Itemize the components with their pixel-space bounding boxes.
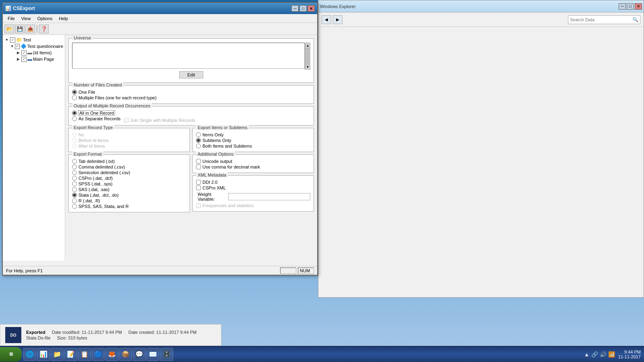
radio-tab-input[interactable] (72, 159, 77, 164)
checkbox-decimal-input[interactable] (196, 165, 201, 169)
taskbar-app-word[interactable]: 📝 (64, 348, 77, 361)
universe-textarea[interactable] (72, 43, 305, 69)
radio-separate-input[interactable] (72, 116, 77, 121)
radio-cspro-input[interactable] (72, 176, 77, 181)
radio-one-file-input[interactable] (72, 90, 77, 95)
tree-expand-root[interactable]: ▼ (4, 37, 9, 42)
checkbox-unicode-input[interactable] (196, 159, 201, 164)
taskbar-app-folder[interactable]: 📁 (51, 348, 64, 361)
radio-separate[interactable]: As Separate Records (72, 116, 121, 121)
radio-csv[interactable]: Comma delimited (.csv) (72, 165, 186, 169)
taskbar-app-skype[interactable]: 💬 (133, 348, 146, 361)
radio-all-in-one[interactable]: All in One Record (72, 111, 121, 115)
radio-subitems-only[interactable]: Subitems Only (196, 138, 310, 143)
sb-down-arrow[interactable]: ▼ (305, 64, 310, 70)
radio-sas[interactable]: SAS (.dat, .sas) (72, 187, 186, 192)
taskbar-network-icon[interactable]: 🔗 (591, 351, 598, 358)
tree-expand-q[interactable]: ▼ (10, 44, 14, 49)
taskbar-volume-icon[interactable]: 🔊 (600, 351, 607, 358)
radio-all-formats-input[interactable] (72, 204, 77, 209)
radio-multiple-files[interactable]: Multiple Files (one for each record type… (72, 95, 310, 100)
taskbar-app-firefox[interactable]: 🦊 (105, 348, 118, 361)
menu-view[interactable]: View (18, 15, 34, 22)
radio-subitems-only-input[interactable] (196, 138, 201, 143)
radio-all-formats[interactable]: SPSS, SAS, Stata, and R (72, 204, 186, 209)
open-btn[interactable]: 📂 (4, 25, 14, 33)
checkbox-decimal[interactable]: Use comma for decimal mark (196, 165, 310, 169)
tree-expand-main[interactable]: ▶ (16, 57, 21, 62)
taskbar-app-5[interactable]: 🔵 (92, 348, 105, 361)
radio-no-input[interactable] (72, 132, 77, 137)
search-box[interactable]: 🔍 (568, 15, 640, 24)
radio-after-id[interactable]: After Id Items (72, 144, 186, 148)
radio-cspro[interactable]: CSPro (.dat, .dcf) (72, 176, 186, 181)
tree-check-q[interactable]: ✓ (15, 44, 19, 49)
checkbox-freq[interactable]: Frequencies and statistics (196, 203, 310, 208)
taskbar-arrow-icon[interactable]: ▲ (584, 351, 590, 358)
search-icon[interactable]: 🔍 (632, 17, 638, 23)
radio-both-items[interactable]: Both Items and Subitems (196, 144, 310, 148)
checkbox-unicode[interactable]: Unicode output (196, 159, 310, 164)
taskbar-app-ie[interactable]: 🌐 (23, 348, 36, 361)
tree-root[interactable]: ▼ ✓ 📁 Test (4, 37, 63, 43)
checkbox-cspro-xml[interactable]: CSPro XML (196, 185, 310, 190)
radio-r-input[interactable] (72, 198, 77, 203)
taskbar-app-db[interactable]: 🗄️ (160, 348, 173, 361)
explorer-minimize[interactable]: ─ (619, 3, 626, 10)
weight-variable-input[interactable] (228, 193, 310, 200)
radio-sas-input[interactable] (72, 187, 77, 192)
radio-multiple-files-input[interactable] (72, 95, 77, 100)
taskbar-signal-icon[interactable]: 📶 (608, 351, 615, 358)
menu-options[interactable]: Options (34, 15, 56, 22)
taskbar-app-outlook[interactable]: ✉️ (147, 348, 159, 361)
checkbox-cspro-xml-input[interactable] (196, 185, 201, 190)
maximize-btn[interactable]: □ (299, 5, 307, 12)
taskbar-app-excel[interactable]: 📊 (37, 348, 50, 361)
nav-back[interactable]: ◀ (322, 15, 331, 24)
radio-items-only[interactable]: Items Only (196, 132, 310, 137)
menu-file[interactable]: File (4, 15, 18, 22)
radio-stata[interactable]: Stata (.dat, .dct, .do) (72, 193, 186, 197)
close-btn[interactable]: ✕ (308, 5, 315, 12)
radio-all-in-one-input[interactable] (72, 111, 77, 115)
radio-r[interactable]: R (.dat, .R) (72, 198, 186, 203)
join-single-checkbox[interactable] (124, 118, 129, 123)
tree-main-page[interactable]: ▶ ✓ ▬ Main Page (16, 56, 63, 62)
checkbox-ddi[interactable]: DDI 2.0 (196, 180, 310, 185)
radio-semicolon-csv-input[interactable] (72, 170, 77, 175)
radio-items-only-input[interactable] (196, 132, 201, 137)
radio-one-file[interactable]: One File (72, 90, 310, 95)
tree-expand-id[interactable]: ▶ (16, 50, 21, 55)
export-btn[interactable]: 📤 (25, 25, 35, 33)
minimize-btn[interactable]: ─ (291, 5, 299, 12)
radio-csv-input[interactable] (72, 165, 77, 169)
tree-check-main[interactable]: ✓ (21, 57, 27, 62)
sb-thumb[interactable] (305, 48, 310, 64)
taskbar-app-ppt[interactable]: 📋 (78, 348, 91, 361)
save-btn[interactable]: 💾 (15, 25, 25, 33)
tree-id-items[interactable]: ▶ ✓ ▬ (Id Items) (16, 49, 63, 56)
radio-after-id-input[interactable] (72, 144, 77, 148)
checkbox-ddi-input[interactable] (196, 180, 201, 185)
help-btn[interactable]: ❓ (39, 25, 49, 33)
search-input[interactable] (570, 17, 632, 22)
radio-before-id-input[interactable] (72, 138, 77, 143)
explorer-close[interactable]: ✕ (635, 3, 642, 10)
radio-spss[interactable]: SPSS (.dat, .sps) (72, 181, 186, 186)
radio-semicolon-csv[interactable]: Semicolon delimited (.csv) (72, 170, 186, 175)
radio-spss-input[interactable] (72, 181, 77, 186)
radio-no[interactable]: No (72, 132, 186, 137)
menu-help[interactable]: Help (56, 15, 71, 22)
taskbar-app-archive[interactable]: 📦 (119, 348, 132, 361)
radio-tab[interactable]: Tab delimited (.txt) (72, 159, 186, 164)
tree-check-id[interactable]: ✓ (21, 50, 27, 56)
explorer-maximize[interactable]: □ (627, 3, 634, 10)
radio-stata-input[interactable] (72, 193, 77, 197)
edit-button[interactable]: Edit (179, 71, 204, 78)
tree-questionnaire[interactable]: ▼ ✓ 🔷 Test questionnaire (10, 43, 63, 49)
checkbox-freq-input[interactable] (196, 203, 201, 208)
radio-before-id[interactable]: Before Id Items (72, 138, 186, 143)
radio-both-items-input[interactable] (196, 144, 201, 148)
nav-forward[interactable]: ▶ (333, 15, 343, 24)
universe-scrollbar[interactable]: ▲ ▼ (305, 43, 310, 70)
